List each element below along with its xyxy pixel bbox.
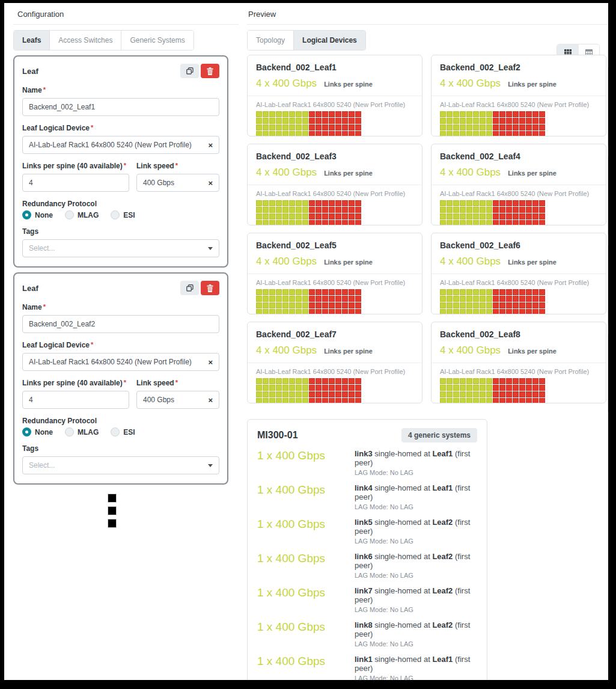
port-cell-unavailable bbox=[355, 385, 361, 391]
port-cell-unavailable bbox=[335, 289, 341, 295]
port-cell-used bbox=[263, 131, 269, 136]
port-cell-unavailable bbox=[309, 309, 315, 314]
port-cell-used bbox=[440, 289, 446, 295]
port-cell-used bbox=[486, 118, 492, 124]
radio-none[interactable]: None bbox=[22, 427, 53, 436]
port-cell-used bbox=[480, 131, 486, 136]
port-cell-unavailable bbox=[539, 207, 545, 213]
radio-mlag[interactable]: MLAG bbox=[65, 210, 99, 219]
port-cell-used bbox=[276, 378, 282, 384]
port-cell-unavailable bbox=[499, 111, 505, 117]
port-cell-used bbox=[256, 378, 262, 384]
clear-icon[interactable]: × bbox=[208, 179, 213, 187]
port-cell-unavailable bbox=[532, 213, 538, 219]
clone-leaf-button[interactable] bbox=[180, 281, 199, 295]
link-speed-select[interactable]: 400 Gbps × bbox=[136, 174, 219, 192]
leaf-card-title: Leaf bbox=[22, 284, 38, 293]
configuration-tab[interactable]: Generic Systems bbox=[121, 31, 193, 50]
links-per-spine-input[interactable] bbox=[22, 391, 129, 409]
port-cell-unavailable bbox=[513, 124, 519, 130]
tags-label: Tags bbox=[22, 444, 219, 453]
device-card-title: Backend_002_Leaf8 bbox=[440, 329, 597, 339]
port-cell-unavailable bbox=[506, 302, 512, 308]
port-cell-used bbox=[302, 220, 308, 225]
clear-icon[interactable]: × bbox=[208, 396, 213, 404]
port-cell-unavailable bbox=[539, 378, 545, 384]
links-per-spine-label: Links per spine (40 available) bbox=[22, 162, 123, 170]
leaf-name-input[interactable] bbox=[22, 315, 219, 333]
logical-device-select[interactable]: AI-Lab-Leaf Rack1 64x800 5240 (New Port … bbox=[22, 136, 219, 154]
generic-link-row: 1 x 400 Gbps link6 single-homed at Leaf2… bbox=[257, 552, 477, 580]
port-cell-unavailable bbox=[335, 124, 341, 130]
link-speed: 1 x 400 Gbps bbox=[257, 483, 346, 496]
delete-leaf-button[interactable] bbox=[201, 281, 219, 295]
clone-leaf-button[interactable] bbox=[180, 64, 199, 78]
configuration-tab[interactable]: Leafs bbox=[14, 31, 50, 50]
port-cell-used bbox=[276, 391, 282, 397]
link-speed: 1 x 400 Gbps bbox=[257, 620, 346, 633]
port-cell-unavailable bbox=[513, 378, 519, 384]
port-cell-used bbox=[466, 398, 472, 403]
link-peer: Leaf2 bbox=[432, 518, 453, 527]
device-card-title: Backend_002_Leaf6 bbox=[440, 240, 597, 250]
port-cell-used bbox=[466, 213, 472, 219]
port-cell-unavailable bbox=[526, 220, 532, 225]
link-name: link6 bbox=[355, 552, 373, 561]
tags-select[interactable]: Select... bbox=[22, 239, 219, 257]
port-cell-used bbox=[256, 131, 262, 136]
logical-device-card: Backend_002_Leaf1 4 x 400 Gbps Links per… bbox=[247, 55, 422, 136]
port-cell-unavailable bbox=[539, 118, 545, 124]
link-speed-select[interactable]: 400 Gbps × bbox=[136, 391, 219, 409]
port-cell-used bbox=[302, 302, 308, 308]
port-cell-unavailable bbox=[519, 200, 525, 206]
radio-esi[interactable]: ESI bbox=[111, 427, 135, 436]
logical-device-card: Backend_002_Leaf2 4 x 400 Gbps Links per… bbox=[431, 55, 606, 136]
clear-icon[interactable]: × bbox=[208, 141, 213, 149]
port-cell-unavailable bbox=[349, 309, 355, 314]
link-homing: single-homed at bbox=[374, 586, 430, 595]
configuration-tab[interactable]: Access Switches bbox=[50, 31, 121, 50]
port-cell-used bbox=[282, 302, 288, 308]
link-peer: Leaf1 bbox=[432, 483, 453, 492]
radio-esi[interactable]: ESI bbox=[111, 210, 135, 219]
port-cell-unavailable bbox=[513, 302, 519, 308]
device-speed: 4 x 400 Gbps bbox=[440, 256, 501, 268]
port-grid bbox=[256, 289, 361, 314]
radio-none[interactable]: None bbox=[22, 210, 53, 219]
port-cell-unavailable bbox=[493, 385, 499, 391]
port-cell-used bbox=[486, 296, 492, 302]
port-cell-used bbox=[460, 398, 466, 403]
port-cell-used bbox=[276, 385, 282, 391]
link-name: link3 bbox=[355, 449, 373, 458]
port-cell-unavailable bbox=[342, 124, 348, 130]
port-cell-unavailable bbox=[342, 398, 348, 403]
links-per-spine-input[interactable] bbox=[22, 174, 129, 192]
preview-tab[interactable]: Logical Devices bbox=[294, 31, 365, 50]
tags-select[interactable]: Select... bbox=[22, 456, 219, 474]
port-cell-unavailable bbox=[519, 111, 525, 117]
port-cell-used bbox=[289, 309, 295, 314]
port-cell-used bbox=[473, 302, 479, 308]
port-cell-used bbox=[466, 309, 472, 314]
port-cell-used bbox=[263, 124, 269, 130]
port-cell-unavailable bbox=[532, 200, 538, 206]
preview-tab[interactable]: Topology bbox=[248, 31, 294, 50]
port-cell-unavailable bbox=[493, 118, 499, 124]
port-cell-unavailable bbox=[499, 131, 505, 136]
logical-device-select[interactable]: AI-Lab-Leaf Rack1 64x800 5240 (New Port … bbox=[22, 353, 219, 371]
leaf-name-input[interactable] bbox=[22, 98, 219, 116]
port-cell-used bbox=[276, 213, 282, 219]
delete-leaf-button[interactable] bbox=[201, 64, 219, 78]
clear-icon[interactable]: × bbox=[208, 358, 213, 366]
port-cell-unavailable bbox=[493, 200, 499, 206]
radio-mlag[interactable]: MLAG bbox=[65, 427, 99, 436]
port-cell-used bbox=[269, 118, 275, 124]
lag-mode: LAG Mode: No LAG bbox=[355, 640, 477, 648]
port-cell-unavailable bbox=[355, 309, 361, 314]
port-cell-unavailable bbox=[355, 124, 361, 130]
port-cell-used bbox=[256, 385, 262, 391]
port-cell-used bbox=[276, 118, 282, 124]
device-speed-caption: Links per spine bbox=[508, 259, 557, 266]
port-cell-unavailable bbox=[322, 220, 328, 225]
port-cell-unavailable bbox=[349, 131, 355, 136]
